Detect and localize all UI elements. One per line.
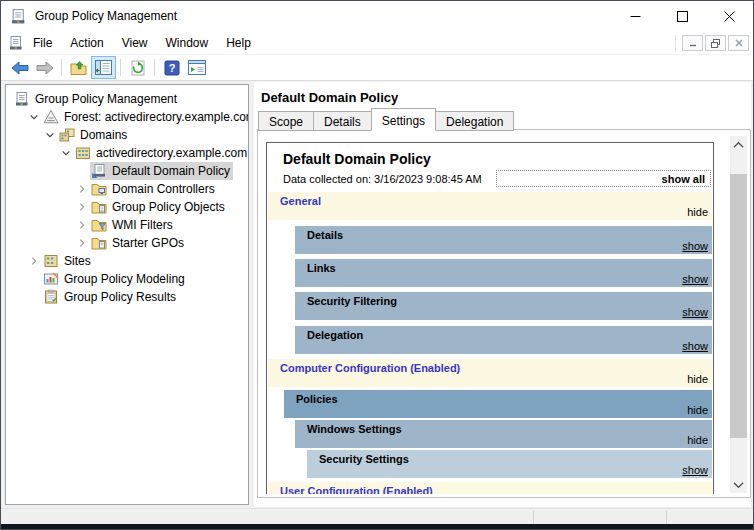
sites-icon bbox=[43, 253, 59, 269]
section-label: Security Filtering bbox=[307, 295, 397, 307]
tree-item-starter-gpos[interactable]: Starter GPOs bbox=[6, 234, 248, 252]
window-title: Group Policy Management bbox=[35, 9, 177, 23]
console-tree-pane: Group Policy Management Forest: activedi… bbox=[5, 84, 249, 505]
forward-button[interactable] bbox=[32, 56, 57, 79]
section-show-link[interactable]: show bbox=[682, 340, 708, 352]
console-tree-toggle-button[interactable] bbox=[91, 56, 116, 79]
back-button[interactable] bbox=[7, 56, 32, 79]
menu-action[interactable]: Action bbox=[61, 33, 112, 53]
menu-window[interactable]: Window bbox=[157, 33, 218, 53]
menu-help[interactable]: Help bbox=[217, 33, 260, 53]
domains-icon bbox=[59, 127, 75, 143]
tree-item-label: Group Policy Results bbox=[64, 288, 176, 306]
section-general: General hide bbox=[268, 192, 712, 220]
section-label: General bbox=[280, 195, 321, 207]
section-label: Policies bbox=[296, 393, 338, 405]
refresh-icon bbox=[130, 60, 146, 76]
section-windows-settings: Windows Settings hide bbox=[295, 420, 712, 448]
scrollbar-thumb[interactable] bbox=[730, 174, 747, 438]
section-security-settings: Security Settings show bbox=[307, 450, 712, 478]
section-hide-link[interactable]: hide bbox=[687, 434, 708, 446]
tree-item-label: Group Policy Objects bbox=[112, 198, 225, 216]
section-hide-link[interactable]: hide bbox=[687, 373, 708, 385]
tree-item-label: Sites bbox=[64, 252, 91, 270]
section-show-link[interactable]: show bbox=[682, 306, 708, 318]
chevron-expanded-icon[interactable] bbox=[26, 109, 42, 125]
tab-delegation[interactable]: Delegation bbox=[435, 111, 514, 131]
mdi-minimize-button[interactable] bbox=[682, 35, 703, 51]
section-label: Computer Configuration (Enabled) bbox=[280, 362, 460, 374]
domain-controllers-icon bbox=[91, 181, 107, 197]
close-button[interactable] bbox=[706, 1, 753, 31]
settings-report: Default Domain Policy Data collected on:… bbox=[266, 142, 714, 494]
svg-text:?: ? bbox=[168, 62, 175, 74]
settings-report-viewport: Default Domain Policy Data collected on:… bbox=[266, 142, 714, 494]
section-security-filtering: Security Filtering show bbox=[295, 292, 712, 320]
maximize-button[interactable] bbox=[659, 1, 706, 31]
gpmc-console-icon bbox=[8, 35, 24, 51]
status-separator bbox=[533, 511, 534, 524]
tree-item-label: Domain Controllers bbox=[112, 180, 215, 198]
chevron-expanded-icon[interactable] bbox=[42, 127, 58, 143]
minimize-button[interactable] bbox=[612, 1, 659, 31]
group-policy-management-window: Group Policy Management File Action View… bbox=[0, 0, 754, 530]
show-all-link[interactable]: show all bbox=[496, 170, 711, 187]
mdi-restore-button[interactable] bbox=[705, 35, 726, 51]
tree-item-sites[interactable]: Sites bbox=[6, 252, 248, 270]
tree-item-label: Group Policy Management bbox=[35, 90, 177, 108]
section-hide-link[interactable]: hide bbox=[687, 404, 708, 416]
section-show-link[interactable]: show bbox=[682, 273, 708, 285]
tab-scope[interactable]: Scope bbox=[258, 111, 314, 131]
tree-item-group-policy-modeling[interactable]: Group Policy Modeling bbox=[6, 270, 248, 288]
mdi-close-button[interactable] bbox=[728, 35, 749, 51]
tree-item-domain[interactable]: activedirectory.example.com bbox=[6, 144, 248, 162]
tree-item-label: Default Domain Policy bbox=[112, 162, 230, 180]
help-button[interactable]: ? bbox=[159, 56, 184, 79]
tree-item-wmi-filters[interactable]: WMI Filters bbox=[6, 216, 248, 234]
section-show-link[interactable]: show bbox=[682, 240, 708, 252]
gpmc-app-icon bbox=[10, 8, 27, 25]
tree-item-label: WMI Filters bbox=[112, 216, 173, 234]
refresh-button[interactable] bbox=[125, 56, 150, 79]
tree-item-domain-controllers[interactable]: Domain Controllers bbox=[6, 180, 248, 198]
section-show-link[interactable]: show bbox=[682, 464, 708, 476]
chevron-collapsed-icon[interactable] bbox=[74, 235, 90, 251]
tree-item-forest[interactable]: Forest: activedirectory.example.com bbox=[6, 108, 248, 126]
menu-bar: File Action View Window Help bbox=[1, 31, 753, 55]
settings-tab-page: Default Domain Policy Data collected on:… bbox=[257, 129, 751, 498]
menu-view[interactable]: View bbox=[113, 33, 157, 53]
chevron-collapsed-icon[interactable] bbox=[74, 217, 90, 233]
tab-settings[interactable]: Settings bbox=[371, 108, 436, 131]
report-scrollbar[interactable] bbox=[730, 136, 747, 493]
section-policies: Policies hide bbox=[284, 390, 712, 418]
mdi-separator bbox=[675, 35, 676, 51]
scroll-down-icon[interactable] bbox=[730, 476, 747, 493]
tree-item-default-domain-policy[interactable]: Default Domain Policy bbox=[6, 162, 248, 180]
section-hide-link[interactable]: hide bbox=[687, 206, 708, 218]
section-links: Links show bbox=[295, 259, 712, 287]
tree-item-domains[interactable]: Domains bbox=[6, 126, 248, 144]
toolbar: ? bbox=[1, 55, 753, 81]
chevron-collapsed-icon[interactable] bbox=[74, 199, 90, 215]
chevron-collapsed-icon[interactable] bbox=[26, 253, 42, 269]
tree-item-group-policy-objects[interactable]: Group Policy Objects bbox=[6, 198, 248, 216]
tree-item-group-policy-results[interactable]: Group Policy Results bbox=[6, 288, 248, 306]
page-title: Default Domain Policy bbox=[261, 90, 398, 105]
status-bar bbox=[1, 508, 753, 525]
back-icon bbox=[11, 61, 29, 75]
tree-item-label: Group Policy Modeling bbox=[64, 270, 185, 288]
chevron-collapsed-icon[interactable] bbox=[74, 181, 90, 197]
tree-item-group-policy-management[interactable]: Group Policy Management bbox=[6, 90, 248, 108]
group-policy-results-icon bbox=[43, 289, 59, 305]
help-icon: ? bbox=[164, 60, 180, 76]
scroll-up-icon[interactable] bbox=[730, 136, 747, 153]
show-action-pane-button[interactable] bbox=[184, 56, 209, 79]
tab-details[interactable]: Details bbox=[313, 111, 372, 131]
section-label: User Configuration (Enabled) bbox=[280, 485, 433, 494]
title-bar[interactable]: Group Policy Management bbox=[1, 1, 753, 31]
chevron-expanded-icon[interactable] bbox=[58, 145, 74, 161]
up-one-level-button[interactable] bbox=[66, 56, 91, 79]
menu-file[interactable]: File bbox=[24, 33, 61, 53]
starter-gpos-icon bbox=[91, 235, 107, 251]
status-separator bbox=[666, 511, 667, 524]
